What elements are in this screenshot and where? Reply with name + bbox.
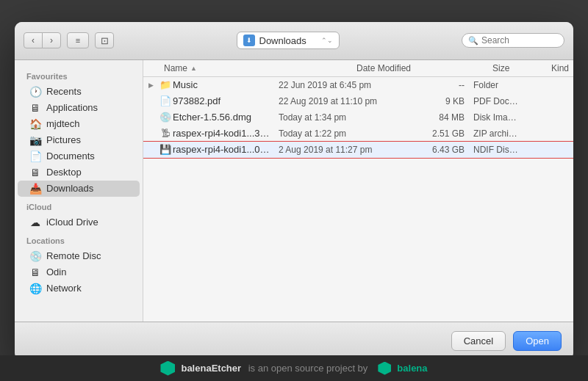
file-date: Today at 1:34 pm [279, 112, 415, 123]
sidebar-item-network[interactable]: 🌐 Network [18, 280, 140, 297]
sidebar-item-icloud-drive[interactable]: ☁ iCloud Drive [18, 214, 140, 231]
location-name: Downloads [259, 35, 306, 46]
sidebar-item-recents[interactable]: 🕐 Recents [18, 84, 140, 100]
file-list: ▶ 📁 Music 22 Jun 2019 at 6:45 pm -- Fold… [143, 77, 573, 322]
column-headers: Name ▲ Date Modified Size Kind [143, 60, 573, 77]
back-button[interactable]: ‹ [24, 32, 43, 48]
sidebar-label-pictures: Pictures [46, 134, 81, 145]
icloud-icon: ☁ [29, 217, 41, 228]
location-dropdown[interactable]: ⬇ Downloads ⌃⌄ [237, 32, 340, 49]
bottom-bar-desc: is an open source project by [248, 363, 368, 374]
network-icon: 🌐 [29, 283, 41, 294]
sidebar-item-desktop[interactable]: 🖥 Desktop [18, 164, 140, 181]
file-icon: 💾 [158, 144, 173, 156]
search-input[interactable] [481, 35, 558, 46]
downloads-icon: 📥 [29, 183, 41, 195]
file-date: 2 Aug 2019 at 11:27 pm [279, 145, 415, 155]
sidebar-label-desktop: Desktop [46, 167, 82, 178]
file-row[interactable]: ▶ 📁 Music 22 Jun 2019 at 6:45 pm -- Fold… [143, 77, 573, 93]
titlebar: ‹ › ≡ ⊡ ⬇ Downloads ⌃⌄ 🔍 [15, 22, 573, 60]
balena-brand-name: balena [397, 363, 427, 374]
sidebar-item-odin[interactable]: 🖥 Odin [18, 264, 140, 280]
cancel-button[interactable]: Cancel [451, 331, 506, 351]
chevron-updown-icon: ⌃⌄ [321, 37, 333, 44]
main-panel: Name ▲ Date Modified Size Kind ▶ [143, 60, 573, 322]
sidebar-label-downloads: Downloads [46, 183, 93, 194]
col-date-header[interactable]: Date Modified [356, 63, 492, 73]
pdf-icon: 📄 [159, 95, 171, 107]
new-folder-button[interactable]: ⊡ [95, 32, 114, 48]
documents-icon: 📄 [29, 150, 41, 162]
sort-arrow-icon: ▲ [190, 65, 197, 72]
file-size: -- [415, 80, 473, 90]
col-size-header[interactable]: Size [492, 63, 551, 73]
file-date: Today at 1:22 pm [279, 128, 415, 139]
file-row-selected[interactable]: 💾 raspex-rpi4-kodi1...00mb-190803.img 2 … [143, 142, 573, 158]
sidebar-item-remote-disc[interactable]: 💿 Remote Disc [18, 248, 140, 264]
sidebar-label-recents: Recents [46, 86, 82, 97]
file-kind: NDIF Dis… [473, 145, 573, 155]
col-name-label: Name [164, 63, 187, 73]
img-icon: 💾 [159, 144, 171, 156]
sidebar-item-downloads[interactable]: 📥 Downloads [18, 181, 140, 197]
file-date: 22 Aug 2019 at 11:10 pm [279, 96, 415, 106]
col-kind-header[interactable]: Kind [551, 63, 573, 73]
file-icon: 💿 [158, 112, 173, 123]
file-kind: PDF Doc… [473, 96, 573, 106]
file-kind: Disk Ima… [473, 112, 573, 123]
file-name: raspex-rpi4-kodi1...00mb-190803.img [173, 144, 279, 155]
home-icon: 🏠 [29, 118, 41, 130]
col-name-header[interactable]: Name ▲ [143, 63, 356, 73]
file-name: Etcher-1.5.56.dmg [173, 112, 279, 123]
file-name: Music [173, 79, 279, 90]
balena-etcher-name: balenaEtcher [181, 363, 241, 374]
locations-label: Locations [15, 231, 143, 248]
file-icon: 📄 [158, 95, 173, 107]
desktop-icon: 🖥 [29, 167, 41, 178]
file-name: 973882.pdf [173, 95, 279, 106]
remote-disc-icon: 💿 [29, 250, 41, 262]
file-size: 2.51 GB [415, 128, 473, 139]
sidebar-label-icloud-drive: iCloud Drive [46, 217, 98, 228]
view-button[interactable]: ≡ [67, 32, 89, 48]
dmg-icon: 💿 [159, 112, 171, 123]
col-kind-label: Kind [551, 63, 569, 73]
sidebar-label-network: Network [46, 283, 82, 294]
bottom-bar: balenaEtcher is an open source project b… [0, 355, 588, 381]
file-row[interactable]: 📄 973882.pdf 22 Aug 2019 at 11:10 pm 9 K… [143, 93, 573, 109]
file-icon: 📁 [158, 79, 173, 91]
sidebar-item-pictures[interactable]: 📷 Pictures [18, 132, 140, 148]
file-icon: 🗜 [158, 128, 173, 139]
bottom-bar-text: balenaEtcher is an open source project b… [181, 363, 372, 374]
expand-icon[interactable]: ▶ [143, 81, 158, 89]
sidebar-item-documents[interactable]: 📄 Documents [18, 148, 140, 164]
odin-icon: 🖥 [29, 266, 41, 278]
applications-icon: 🖥 [29, 102, 41, 114]
col-date-label: Date Modified [356, 63, 411, 73]
file-kind: ZIP archi… [473, 128, 573, 139]
open-button[interactable]: Open [513, 331, 562, 351]
balena-etcher-logo [160, 361, 175, 376]
icloud-label: iCloud [15, 197, 143, 214]
sidebar-label-odin: Odin [46, 266, 66, 277]
finder-window: ‹ › ≡ ⊡ ⬇ Downloads ⌃⌄ 🔍 Favourites 🕐 [15, 22, 573, 360]
forward-button[interactable]: › [42, 32, 61, 48]
file-kind: Folder [473, 80, 573, 90]
file-name: raspex-rpi4-kodi1...340mb-190803.zip [173, 128, 279, 139]
file-row[interactable]: 💿 Etcher-1.5.56.dmg Today at 1:34 pm 84 … [143, 109, 573, 126]
file-date: 22 Jun 2019 at 6:45 pm [279, 80, 415, 90]
sidebar-label-mjdtech: mjdtech [46, 118, 80, 129]
location-bar: ⬇ Downloads ⌃⌄ [120, 32, 456, 49]
sidebar-label-remote-disc: Remote Disc [46, 250, 101, 261]
file-row[interactable]: 🗜 raspex-rpi4-kodi1...340mb-190803.zip T… [143, 126, 573, 142]
sidebar-label-documents: Documents [46, 150, 95, 162]
sidebar-item-mjdtech[interactable]: 🏠 mjdtech [18, 116, 140, 132]
recents-icon: 🕐 [29, 86, 41, 98]
search-box[interactable]: 🔍 [462, 33, 564, 48]
file-size: 84 MB [415, 112, 473, 123]
pictures-icon: 📷 [29, 134, 41, 146]
file-size: 9 KB [415, 96, 473, 106]
sidebar-item-applications[interactable]: 🖥 Applications [18, 100, 140, 116]
col-size-label: Size [492, 63, 509, 73]
file-size: 6.43 GB [415, 145, 473, 155]
